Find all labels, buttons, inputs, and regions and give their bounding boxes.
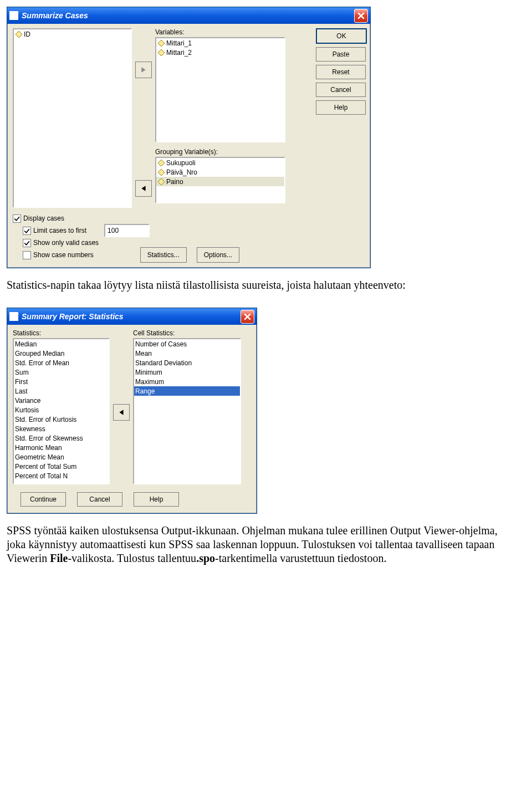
variable-icon bbox=[157, 178, 165, 186]
list-item[interactable]: Kurtosis bbox=[14, 405, 109, 415]
list-item[interactable]: Maximum bbox=[134, 377, 240, 386]
list-item[interactable]: Std. Error of Skewness bbox=[14, 433, 109, 443]
list-item[interactable]: Grouped Median bbox=[14, 349, 109, 358]
case-numbers-checkbox[interactable] bbox=[23, 251, 31, 259]
summarize-cases-dialog: Summarize Cases ID Variables: Mitt bbox=[7, 7, 371, 268]
close-icon[interactable] bbox=[354, 9, 368, 23]
source-vars-listbox[interactable]: ID bbox=[13, 28, 132, 208]
list-item[interactable]: Geometric Mean bbox=[14, 452, 109, 462]
ok-button[interactable]: OK bbox=[316, 28, 367, 44]
svg-marker-0 bbox=[16, 31, 22, 38]
summary-report-statistics-dialog: Summary Report: Statistics Statistics: M… bbox=[7, 308, 257, 514]
variable-icon bbox=[157, 49, 165, 57]
list-item[interactable]: Minimum bbox=[134, 367, 240, 377]
cancel-button[interactable]: Cancel bbox=[316, 83, 366, 97]
reset-button[interactable]: Reset bbox=[316, 65, 366, 79]
list-item[interactable]: Päivä_Nro bbox=[156, 167, 284, 177]
list-item[interactable]: Skewness bbox=[14, 424, 109, 433]
variable-icon bbox=[157, 159, 165, 167]
list-item[interactable]: Range bbox=[134, 386, 240, 396]
display-cases-checkbox[interactable] bbox=[13, 214, 21, 223]
titlebar[interactable]: Summary Report: Statistics bbox=[7, 308, 257, 325]
svg-marker-5 bbox=[158, 178, 165, 185]
list-item[interactable]: First bbox=[14, 377, 109, 386]
variable-icon bbox=[157, 39, 165, 47]
options-button[interactable]: Options... bbox=[197, 247, 239, 263]
list-item[interactable]: Number of Cases bbox=[134, 339, 240, 349]
list-item[interactable]: Std. Error of Mean bbox=[14, 358, 109, 367]
continue-button[interactable]: Continue bbox=[21, 492, 66, 507]
close-icon[interactable] bbox=[241, 310, 254, 324]
list-item[interactable]: Percent of Total Sum bbox=[14, 462, 109, 471]
cell-statistics-label: Cell Statistics: bbox=[133, 329, 241, 337]
statistics-label: Statistics: bbox=[13, 329, 110, 337]
move-left-button[interactable] bbox=[113, 404, 130, 421]
help-button[interactable]: Help bbox=[134, 492, 179, 507]
list-item[interactable]: Paino bbox=[156, 177, 284, 186]
statistics-button[interactable]: Statistics... bbox=[140, 247, 187, 263]
limit-cases-checkbox[interactable] bbox=[23, 227, 31, 235]
valid-cases-label: Show only valid cases bbox=[33, 239, 99, 247]
svg-marker-4 bbox=[158, 169, 165, 176]
help-button[interactable]: Help bbox=[316, 100, 366, 115]
paragraph-2: SPSS työntää kaiken ulostuksensa Output-… bbox=[7, 524, 503, 565]
list-item[interactable]: Std. Error of Kurtosis bbox=[14, 415, 109, 424]
paragraph-1: Statistics-napin takaa löytyy lista niis… bbox=[7, 278, 503, 292]
case-numbers-label: Show case numbers bbox=[33, 251, 94, 259]
titlebar[interactable]: Summarize Cases bbox=[7, 7, 370, 24]
list-item[interactable]: Mittari_1 bbox=[156, 38, 284, 48]
limit-cases-input[interactable]: 100 bbox=[104, 224, 150, 237]
move-left-button[interactable] bbox=[135, 180, 152, 197]
dialog-title: Summarize Cases bbox=[22, 11, 88, 20]
list-item[interactable]: Percent of Total N bbox=[14, 471, 109, 481]
cell-statistics-listbox[interactable]: Number of CasesMeanStandard DeviationMin… bbox=[133, 338, 241, 484]
grouping-label: Grouping Variable(s): bbox=[155, 148, 285, 156]
list-item[interactable]: ID bbox=[14, 29, 131, 39]
limit-cases-label: Limit cases to first bbox=[33, 227, 86, 234]
display-cases-label: Display cases bbox=[23, 214, 64, 222]
list-item[interactable]: Median bbox=[14, 339, 109, 349]
list-item[interactable]: Standard Deviation bbox=[134, 358, 240, 367]
list-item[interactable]: Last bbox=[14, 386, 109, 396]
variables-label: Variables: bbox=[155, 28, 285, 36]
variable-icon bbox=[157, 168, 165, 176]
valid-cases-checkbox[interactable] bbox=[23, 239, 31, 247]
svg-marker-3 bbox=[158, 160, 165, 166]
list-item[interactable]: Harmonic Mean bbox=[14, 443, 109, 452]
variables-listbox[interactable]: Mittari_1Mittari_2 bbox=[155, 37, 285, 142]
statistics-listbox[interactable]: MedianGrouped MedianStd. Error of MeanSu… bbox=[13, 338, 110, 484]
app-icon bbox=[9, 312, 18, 321]
list-item[interactable]: Mean bbox=[134, 349, 240, 358]
variable-icon bbox=[15, 30, 23, 38]
list-item[interactable]: Mittari_2 bbox=[156, 48, 284, 57]
svg-marker-2 bbox=[158, 49, 165, 56]
paste-button[interactable]: Paste bbox=[316, 47, 366, 62]
list-item[interactable]: Variance bbox=[14, 396, 109, 405]
list-item[interactable]: Sum bbox=[14, 367, 109, 377]
grouping-listbox[interactable]: SukupuoliPäivä_NroPaino bbox=[155, 157, 285, 203]
move-right-button[interactable] bbox=[135, 62, 152, 78]
list-item[interactable]: Sukupuoli bbox=[156, 158, 284, 167]
dialog-title: Summary Report: Statistics bbox=[22, 312, 124, 321]
app-icon bbox=[9, 11, 18, 20]
cancel-button[interactable]: Cancel bbox=[77, 492, 122, 507]
svg-marker-1 bbox=[158, 40, 165, 47]
